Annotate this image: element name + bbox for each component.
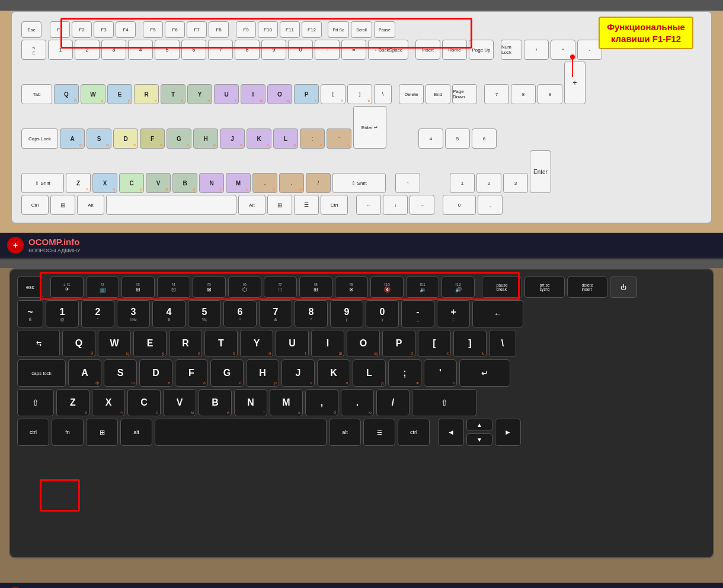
key-w[interactable]: Wц <box>81 84 105 104</box>
dk-tilde[interactable]: ~Ё <box>17 300 43 327</box>
key-b[interactable]: Bи <box>172 173 197 193</box>
dk-f7[interactable]: f7 □ <box>264 277 297 298</box>
key-f6[interactable]: F6 <box>165 21 185 38</box>
key-f[interactable]: Fа <box>140 128 165 149</box>
key-v[interactable]: Vм <box>146 173 171 193</box>
key-num3[interactable]: 3 <box>503 173 528 193</box>
dk-backspace[interactable]: ← <box>472 300 523 327</box>
key-u[interactable]: Uг <box>214 84 239 104</box>
dk-q[interactable]: Qй <box>62 330 95 357</box>
key-minus[interactable]: - <box>315 40 340 60</box>
key-num2[interactable]: 2 <box>476 173 501 193</box>
dk-arrow-right[interactable]: ► <box>495 419 521 446</box>
dk-arrow-down[interactable]: ▼ <box>466 433 492 446</box>
dk-x[interactable]: Xч <box>92 389 125 416</box>
key-tilde[interactable]: ~Ё <box>21 40 46 60</box>
key-rctrl[interactable]: Ctrl <box>321 195 348 215</box>
dk-f12[interactable]: f12 🔊 <box>442 277 475 298</box>
key-tab[interactable]: Tab <box>21 84 52 104</box>
dk-rctrl[interactable]: ctrl <box>398 419 430 446</box>
dk-capslock[interactable]: caps lock <box>17 359 66 387</box>
key-backspace[interactable]: ←BackSpace <box>368 40 408 60</box>
key-numenter[interactable]: Enter <box>530 150 551 193</box>
dk-o[interactable]: Oщ <box>347 330 380 357</box>
key-0[interactable]: 0 <box>288 40 313 60</box>
dk-period[interactable]: .ю <box>341 389 374 416</box>
key-num5[interactable]: 5 <box>445 128 470 149</box>
dk-rbracket[interactable]: ]ъ <box>453 330 487 357</box>
key-4[interactable]: 4 <box>128 40 153 60</box>
dk-4[interactable]: 4$ <box>152 300 185 327</box>
dk-2[interactable]: 2" <box>81 300 114 327</box>
key-y[interactable]: Yн <box>187 84 212 104</box>
dk-0[interactable]: 0) <box>366 300 399 327</box>
key-1[interactable]: 1 <box>48 40 73 60</box>
dk-c[interactable]: Cс <box>127 389 161 416</box>
dk-prtsc[interactable]: prt scsysrq <box>524 277 565 298</box>
dk-v[interactable]: Vм <box>163 389 196 416</box>
key-t[interactable]: Tе <box>161 84 185 104</box>
key-numlock[interactable]: Num Lock <box>501 40 522 60</box>
dk-minus[interactable]: -_ <box>401 300 434 327</box>
key-7[interactable]: 7 <box>208 40 233 60</box>
key-f8[interactable]: F8 <box>209 21 229 38</box>
dk-fn[interactable]: fn <box>52 419 84 446</box>
key-home[interactable]: Home <box>442 40 467 60</box>
key-rshift[interactable]: ⇧ Shift <box>332 173 386 193</box>
dk-k[interactable]: Kл <box>317 359 350 387</box>
key-pgup[interactable]: Page Up <box>469 40 494 60</box>
key-semicolon[interactable]: ;ж <box>300 128 325 149</box>
dk-f6[interactable]: f6 ⬡ <box>228 277 261 298</box>
key-num7[interactable]: 7 <box>484 84 509 104</box>
key-space[interactable] <box>106 195 236 215</box>
dk-f8[interactable]: f8 ⊞ <box>299 277 332 298</box>
dk-7[interactable]: 7& <box>259 300 292 327</box>
key-num0[interactable]: 0 <box>443 195 476 215</box>
dk-power[interactable]: ⏻ <box>610 277 637 298</box>
key-f10[interactable]: F10 <box>258 21 278 38</box>
dk-w[interactable]: Wц <box>98 330 131 357</box>
dk-comma[interactable]: ,б <box>305 389 338 416</box>
dk-equals[interactable]: += <box>437 300 470 327</box>
key-g[interactable]: Gп <box>167 128 191 149</box>
key-r[interactable]: Rк <box>134 84 159 104</box>
dk-f2[interactable]: f2 📺 <box>86 277 119 298</box>
dk-f[interactable]: Fа <box>175 359 208 387</box>
key-x[interactable]: Xч <box>92 173 117 193</box>
key-num1[interactable]: 1 <box>450 173 475 193</box>
dk-m[interactable]: Mь <box>270 389 303 416</box>
key-3[interactable]: 3 <box>101 40 126 60</box>
key-c[interactable]: Cс <box>119 173 144 193</box>
key-8[interactable]: 8 <box>235 40 260 60</box>
key-lshift[interactable]: ⇧ Shift <box>21 173 64 193</box>
key-menu[interactable]: ☰ <box>294 195 319 215</box>
key-i[interactable]: Iш <box>241 84 265 104</box>
key-enter[interactable]: Enter ↵ <box>353 106 386 149</box>
dk-a[interactable]: Aф <box>68 359 101 387</box>
key-n[interactable]: Nт <box>199 173 224 193</box>
key-comma[interactable]: ,б <box>252 173 277 193</box>
key-pause[interactable]: Pause <box>374 21 395 38</box>
key-f3[interactable]: F3 <box>94 21 114 38</box>
key-lbracket[interactable]: [х <box>321 84 345 104</box>
dk-pause[interactable]: pausebreak <box>482 277 522 298</box>
key-period[interactable]: .ю <box>279 173 304 193</box>
dk-t[interactable]: Tе <box>204 330 238 357</box>
key-9[interactable]: 9 <box>261 40 286 60</box>
key-rwin[interactable]: ⊞ <box>267 195 292 215</box>
key-num4[interactable]: 4 <box>418 128 443 149</box>
key-2[interactable]: 2 <box>75 40 100 60</box>
dk-arrow-up[interactable]: ▲ <box>466 419 492 431</box>
key-arrow-down[interactable]: ↓ <box>383 195 408 215</box>
key-numdot[interactable]: . <box>478 195 503 215</box>
key-num9[interactable]: 9 <box>538 84 562 104</box>
dk-enter[interactable]: ↵ <box>459 359 510 387</box>
dk-g[interactable]: Gп <box>210 359 244 387</box>
dk-slash[interactable]: /. <box>376 389 410 416</box>
dk-f11[interactable]: f11 🔉 <box>406 277 439 298</box>
key-lctrl[interactable]: Ctrl <box>21 195 49 215</box>
dk-d[interactable]: Dв <box>139 359 172 387</box>
key-q[interactable]: Qй <box>54 84 79 104</box>
key-j[interactable]: Jо <box>220 128 245 149</box>
dk-backslash[interactable]: \ <box>489 330 516 357</box>
